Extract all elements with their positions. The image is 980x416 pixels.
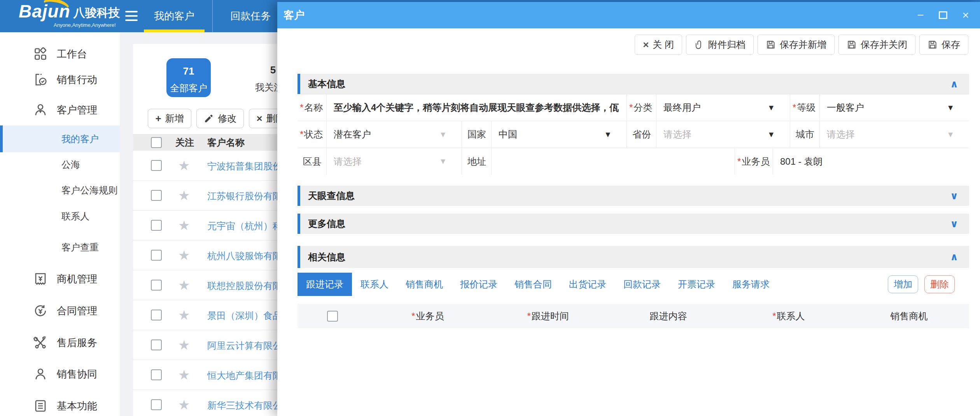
row-checkbox[interactable] bbox=[151, 369, 162, 380]
delete-record-button[interactable]: 删除 bbox=[924, 275, 955, 293]
tab-contacts[interactable]: 联系人 bbox=[352, 273, 397, 296]
category-value: 最终用户 bbox=[663, 101, 701, 114]
save-button[interactable]: 保存 bbox=[919, 35, 968, 55]
add-record-button[interactable]: 增加 bbox=[888, 275, 918, 293]
city-select[interactable]: 请选择▼ bbox=[820, 121, 969, 148]
star-icon[interactable]: ★ bbox=[178, 158, 190, 173]
province-select[interactable]: 请选择▼ bbox=[656, 121, 790, 148]
category-label: *分类 bbox=[627, 94, 656, 121]
close-button[interactable]: × 关 闭 bbox=[635, 35, 682, 55]
tab-sales-opportunities[interactable]: 销售商机 bbox=[397, 273, 452, 296]
tab-invoice-records[interactable]: 开票记录 bbox=[669, 273, 724, 296]
tab-follow-up-records[interactable]: 跟进记录 bbox=[298, 273, 352, 296]
salesman-field[interactable]: 801 - 袁朗 bbox=[773, 148, 969, 175]
star-icon[interactable]: ★ bbox=[178, 307, 190, 323]
sidebar-item-label: 销售协同 bbox=[57, 367, 97, 381]
save-and-close-button[interactable]: 保存并关闭 bbox=[838, 35, 915, 55]
required-asterisk: * bbox=[737, 156, 741, 167]
level-select[interactable]: 一般客户▼ bbox=[820, 94, 969, 121]
row-checkbox[interactable] bbox=[151, 250, 162, 261]
chevron-up-icon[interactable]: ∧ bbox=[950, 251, 958, 263]
sidebar-subitem-my-customers[interactable]: 我的客户 bbox=[0, 125, 120, 152]
chevron-up-icon[interactable]: ∧ bbox=[950, 78, 958, 90]
star-icon[interactable]: ★ bbox=[178, 218, 190, 233]
star-icon[interactable]: ★ bbox=[178, 337, 190, 353]
sidebar-item-opportunity-management[interactable]: 商机管理 bbox=[0, 270, 120, 288]
city-placeholder: 请选择 bbox=[827, 128, 855, 141]
maximize-icon[interactable] bbox=[937, 9, 949, 21]
country-select[interactable]: 中国▼ bbox=[492, 121, 627, 148]
name-label: *名称 bbox=[298, 94, 327, 121]
star-icon[interactable]: ★ bbox=[178, 367, 190, 383]
close-icon[interactable]: × bbox=[960, 9, 971, 21]
row-checkbox[interactable] bbox=[151, 190, 162, 201]
sidebar-item-sales-collaboration[interactable]: 销售协同 bbox=[0, 365, 120, 383]
chevron-down-icon[interactable]: ∨ bbox=[950, 190, 958, 202]
minimize-icon[interactable]: − bbox=[915, 9, 926, 21]
sidebar-subitem-public-sea-rules[interactable]: 客户公海规则 bbox=[0, 181, 120, 200]
add-customer-button[interactable]: + 新增 bbox=[148, 109, 191, 128]
edit-customer-button[interactable]: 修改 bbox=[196, 109, 244, 128]
save-and-new-button[interactable]: 保存并新增 bbox=[758, 35, 835, 55]
tab-shipment-records[interactable]: 出货记录 bbox=[560, 273, 615, 296]
related-tab-bar: 跟进记录 联系人 销售商机 报价记录 销售合同 出货记录 回款记录 开票记录 服… bbox=[298, 273, 778, 296]
tab-payment-records[interactable]: 回款记录 bbox=[615, 273, 669, 296]
district-label: 区县 bbox=[298, 148, 327, 175]
status-select[interactable]: 潜在客户▼ bbox=[327, 121, 462, 148]
sidebar-item-after-sales[interactable]: 售后服务 bbox=[0, 333, 120, 352]
address-input[interactable] bbox=[492, 148, 735, 175]
form-row: *状态 潜在客户▼ 国家 中国▼ 省份 请选择▼ 城市 请选择▼ bbox=[298, 121, 969, 148]
name-input[interactable]: 至少输入4个关键字，稍等片刻将自动展现天眼查参考数据供选择，佤 bbox=[327, 94, 627, 121]
add-button-label: 新增 bbox=[165, 112, 184, 125]
related-select-all-checkbox[interactable] bbox=[327, 311, 338, 322]
star-icon[interactable]: ★ bbox=[178, 188, 190, 203]
stat-all-customers[interactable]: 71 全部客户 bbox=[166, 58, 211, 97]
sales-action-icon bbox=[33, 73, 47, 87]
sidebar-item-customer-management[interactable]: 客户管理 bbox=[0, 101, 120, 119]
star-icon[interactable]: ★ bbox=[178, 277, 190, 293]
save-floppy-icon bbox=[847, 40, 857, 50]
row-checkbox[interactable] bbox=[151, 160, 162, 171]
select-all-checkbox[interactable] bbox=[151, 137, 162, 148]
required-asterisk: * bbox=[300, 102, 303, 113]
row-checkbox[interactable] bbox=[151, 310, 162, 320]
star-icon[interactable]: ★ bbox=[178, 247, 190, 263]
form-row: 区县 请选择▼ 地址 *业务员 801 - 袁朗 bbox=[298, 148, 969, 175]
sidebar-item-sales-action[interactable]: 销售行动 bbox=[0, 70, 120, 89]
modal-title: 客户 bbox=[284, 2, 304, 28]
save-and-new-label: 保存并新增 bbox=[780, 38, 826, 51]
row-checkbox[interactable] bbox=[151, 220, 162, 231]
tab-sales-contracts[interactable]: 销售合同 bbox=[506, 273, 560, 296]
column-customer-name: 客户名称 bbox=[207, 136, 245, 149]
sidebar: 工作台 销售行动 客户管理 我的客户 公海 客户公海规则 联系人 客户查重 商机… bbox=[0, 32, 120, 416]
modal-toolbar: × 关 闭 附件归档 保存并新增 保存并关闭 保存 bbox=[635, 35, 968, 55]
chevron-down-icon: ▼ bbox=[604, 130, 612, 139]
star-icon[interactable]: ★ bbox=[178, 397, 190, 413]
row-checkbox[interactable] bbox=[151, 339, 162, 350]
status-value: 潜在客户 bbox=[334, 128, 371, 141]
district-select[interactable]: 请选择▼ bbox=[327, 148, 462, 175]
row-checkbox[interactable] bbox=[151, 280, 162, 291]
sidebar-subitem-public-sea[interactable]: 公海 bbox=[0, 155, 120, 174]
close-x-icon: × bbox=[643, 39, 649, 51]
attachment-archive-button[interactable]: 附件归档 bbox=[686, 35, 754, 55]
stat-value: 71 bbox=[166, 65, 211, 77]
sidebar-subitem-contacts[interactable]: 联系人 bbox=[0, 207, 120, 226]
tab-service-requests[interactable]: 服务请求 bbox=[724, 273, 778, 296]
brand-tagline: Anyone,Anytime,Anywhere! bbox=[54, 23, 120, 28]
tab-quotation-records[interactable]: 报价记录 bbox=[452, 273, 506, 296]
nav-tab-my-customers[interactable]: 我的客户 bbox=[136, 0, 212, 32]
category-select[interactable]: 最终用户▼ bbox=[656, 94, 790, 121]
sidebar-subitem-duplicate-check[interactable]: 客户查重 bbox=[0, 238, 120, 257]
row-checkbox[interactable] bbox=[151, 399, 162, 410]
modal-header[interactable]: 客户 − × bbox=[277, 2, 980, 28]
country-label: 国家 bbox=[462, 121, 492, 148]
sidebar-item-contract-management[interactable]: 合同管理 bbox=[0, 301, 120, 320]
after-sales-icon bbox=[33, 336, 47, 350]
sales-collab-icon bbox=[33, 367, 47, 381]
sidebar-item-workbench[interactable]: 工作台 bbox=[0, 45, 120, 63]
sidebar-item-basic-functions[interactable]: 基本功能 bbox=[0, 397, 120, 415]
chevron-down-icon[interactable]: ∨ bbox=[950, 218, 958, 230]
sidebar-subitem-label: 我的客户 bbox=[61, 133, 99, 145]
save-button-label: 保存 bbox=[942, 38, 960, 51]
